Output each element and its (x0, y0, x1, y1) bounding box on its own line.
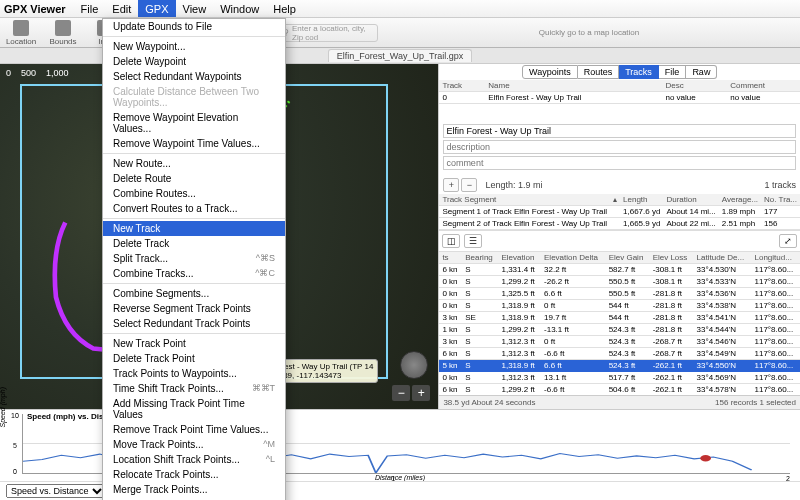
tab-tracks[interactable]: Tracks (619, 65, 659, 79)
toolbar-location[interactable]: Location (0, 20, 42, 46)
track-table: TrackNameDescComment0Elfin Forest - Way … (439, 80, 800, 120)
chart-icon[interactable]: ◫ (442, 234, 460, 248)
svg-point-1 (700, 455, 711, 461)
table-row[interactable]: 0 knS1,299.2 ft-26.2 ft550.5 ft-308.1 ft… (439, 276, 800, 288)
tab-waypoints[interactable]: Waypoints (522, 65, 578, 79)
table-row[interactable]: 6 knS1,299.2 ft-6.6 ft504.6 ft-262.1 ft3… (439, 384, 800, 396)
menu-item[interactable]: Reverse Segment Track Points (103, 301, 285, 316)
menu-item[interactable]: Delete Track (103, 236, 285, 251)
table-row[interactable]: 1 knS1,299.2 ft-13.1 ft524.3 ft-281.8 ft… (439, 324, 800, 336)
menu-item[interactable]: Merge Track Points... (103, 482, 285, 497)
tab-file[interactable]: File (659, 65, 687, 79)
table-row[interactable]: 0 knS1,312.3 ft13.1 ft517.7 ft-262.1 ft3… (439, 372, 800, 384)
track-desc-input[interactable] (443, 140, 796, 154)
table-row[interactable]: 0 knS1,318.9 ft0 ft544 ft-281.8 ft33°4.5… (439, 300, 800, 312)
icon-toolbar: ◫ ☰ ⤢ (439, 230, 800, 252)
track-comment-input[interactable] (443, 156, 796, 170)
menu-item[interactable]: Time Shift Track Points...⌘⌘T (103, 381, 285, 396)
chart-select[interactable]: Speed vs. Distance (6, 484, 106, 498)
menu-view[interactable]: View (176, 0, 214, 17)
track-name-input[interactable] (443, 124, 796, 138)
table-row[interactable]: Segment 2 of Track Elfin Forest - Way Up… (439, 218, 800, 230)
menu-item[interactable]: Delete Waypoint (103, 54, 285, 69)
menu-item[interactable]: Remove Track Point Time Values... (103, 422, 285, 437)
menu-window[interactable]: Window (213, 0, 266, 17)
table-row[interactable]: 6 knS1,312.3 ft-6.6 ft524.3 ft-268.7 ft3… (439, 348, 800, 360)
menu-item[interactable]: Update Bounds to File (103, 19, 285, 34)
menu-item[interactable]: Split Track...^⌘S (103, 251, 285, 266)
menu-item[interactable]: Delete Route (103, 171, 285, 186)
table-row[interactable]: 3 knSE1,318.9 ft19.7 ft544 ft-281.8 ft33… (439, 312, 800, 324)
menu-item[interactable]: Location Shift Track Points...^L (103, 452, 285, 467)
file-tab[interactable]: Elfin_Forest_Way_Up_Trail.gpx (328, 49, 472, 62)
table-row[interactable]: 6 knS1,331.4 ft32.2 ft582.7 ft-308.1 ft3… (439, 264, 800, 276)
menu-item: Calculate Distance Between Two Waypoints… (103, 84, 285, 110)
view-icon[interactable]: ☰ (464, 234, 482, 248)
zoom-out-button[interactable]: − (392, 385, 410, 401)
map-scale: 05001,000 (6, 68, 69, 78)
chart-ylabel: Speed (mph) (0, 387, 6, 427)
status-bar: 38.5 yd About 24 seconds156 records 1 se… (439, 395, 800, 409)
length-label: Length: 1.9 mi (485, 180, 542, 190)
table-row[interactable]: Segment 1 of Track Elfin Forest - Way Up… (439, 206, 800, 218)
remove-button[interactable]: − (461, 178, 477, 192)
menu-file[interactable]: File (74, 0, 106, 17)
menu-help[interactable]: Help (266, 0, 303, 17)
menu-item[interactable]: Move Track Points...^M (103, 437, 285, 452)
menu-item[interactable]: New Waypoint... (103, 39, 285, 54)
gpx-dropdown: Update Bounds to FileNew Waypoint...Dele… (102, 18, 286, 500)
tabs: Waypoints Routes Tracks File Raw (439, 64, 800, 80)
table-row[interactable]: 0 knS1,325.5 ft6.6 ft550.5 ft-281.8 ft33… (439, 288, 800, 300)
search-hint: Quickly go to a map location (378, 28, 800, 37)
menu-item[interactable]: Select Redundant Track Points (103, 316, 285, 331)
menu-item[interactable]: Relocate Track Points... (103, 467, 285, 482)
table-row[interactable]: 0Elfin Forest - Way Up Trailno valueno v… (439, 92, 800, 104)
zoom-in-button[interactable]: + (412, 385, 430, 401)
menu-item[interactable]: Remove Waypoint Elevation Values... (103, 110, 285, 136)
tab-routes[interactable]: Routes (578, 65, 620, 79)
search-input[interactable]: ⚲ Enter a location, city, Zip cod (278, 24, 378, 42)
menu-item[interactable]: Delete Track Point (103, 351, 285, 366)
menu-item[interactable]: Convert Routes to a Track... (103, 201, 285, 216)
menu-item[interactable]: New Track Point (103, 336, 285, 351)
table-row[interactable]: 5 knS1,318.9 ft6.6 ft524.3 ft-262.1 ft33… (439, 360, 800, 372)
menu-item[interactable]: Combine Tracks...^⌘C (103, 266, 285, 281)
tracks-count: 1 tracks (764, 180, 796, 190)
table-row[interactable]: 3 knS1,312.3 ft0 ft524.3 ft-268.7 ft33°4… (439, 336, 800, 348)
menu-item[interactable]: Add Missing Track Point Time Values (103, 396, 285, 422)
menu-item[interactable]: New Track (103, 221, 285, 236)
menu-item[interactable]: Combine Segments... (103, 286, 285, 301)
menu-item[interactable]: Select Redundant Waypoints (103, 69, 285, 84)
menubar: GPX Viewer File Edit GPX View Window Hel… (0, 0, 800, 18)
add-button[interactable]: + (443, 178, 459, 192)
toolbar-bounds[interactable]: Bounds (42, 20, 84, 46)
menu-item[interactable]: Remove Waypoint Time Values... (103, 136, 285, 151)
menu-item[interactable]: Track Points to Waypoints... (103, 366, 285, 381)
tab-raw[interactable]: Raw (686, 65, 717, 79)
track-info (439, 120, 800, 176)
segment-table: Track Segment▴LengthDurationAverage...No… (439, 194, 800, 230)
app-title: GPX Viewer (4, 3, 66, 15)
menu-gpx[interactable]: GPX (138, 0, 175, 17)
expand-icon[interactable]: ⤢ (779, 234, 797, 248)
menu-edit[interactable]: Edit (105, 0, 138, 17)
menu-item[interactable]: New Route... (103, 156, 285, 171)
menu-item[interactable]: Combine Routes... (103, 186, 285, 201)
trackpoint-table[interactable]: tsBearingElevationElevation DeltaElev Ga… (439, 252, 800, 395)
